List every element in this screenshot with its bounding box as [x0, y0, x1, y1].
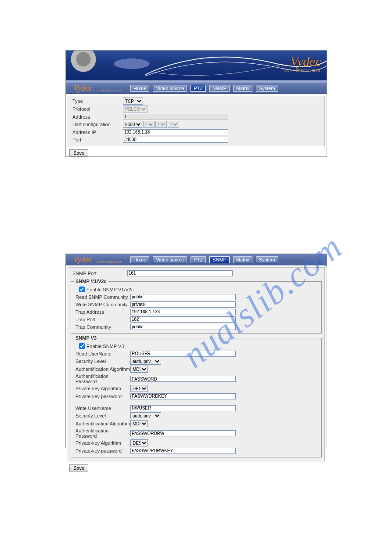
port-label: Port [72, 137, 123, 142]
address-label: Address [72, 114, 123, 120]
nav-home[interactable]: Home [130, 85, 149, 92]
address-input [123, 114, 228, 120]
snmp-v1v2c-legend: SNMP V1/V2c [74, 279, 108, 284]
address-ip-label: Address IP [72, 130, 123, 135]
save-button-2[interactable]: Save [69, 464, 88, 472]
nav-home-2[interactable]: Home [130, 256, 149, 263]
nav-snmp-2[interactable]: SNMP [209, 256, 230, 263]
read-auth-pwd-input[interactable] [130, 376, 236, 382]
trap-community-input[interactable] [130, 324, 236, 330]
read-username-label: Read UserName [76, 351, 130, 356]
write-priv-alg-select[interactable]: DES [130, 439, 148, 446]
ptz-config-panel: Vydec CCTV SPECIALISTS Vydec CCTV SPECIA… [65, 50, 327, 157]
write-seclevel-label: Security Level [76, 413, 130, 418]
write-auth-alg-select[interactable]: MD5 [130, 420, 148, 427]
ptz-form: Type TCP Protocol PELCO D Address Uart c… [68, 96, 325, 146]
protocol-select: PELCO D [123, 105, 147, 112]
write-auth-pwd-input[interactable] [130, 430, 236, 436]
nav-video-source[interactable]: Video source [153, 85, 187, 92]
nav-ptz[interactable]: PTZ [191, 85, 206, 92]
read-username-input[interactable] [130, 351, 236, 357]
write-auth-pwd-label: Authentification Password [76, 428, 130, 439]
write-username-input[interactable] [130, 405, 236, 411]
snmp-config-panel: Vydec CCTV SPECIALISTS Home Video source… [65, 254, 327, 448]
banner-tagline: CCTV SPECIALISTS [284, 69, 320, 72]
uart-label: Uart configuration [72, 122, 123, 127]
nav-system-2[interactable]: System [256, 256, 278, 263]
trap-port-label: Trap Port [76, 317, 130, 322]
nav-tagline: CCTV SPECIALISTS [97, 89, 122, 92]
main-nav-2: Vydec CCTV SPECIALISTS Home Video source… [66, 254, 327, 265]
snmp-port-input[interactable] [127, 270, 233, 276]
write-username-label: Write UserName [76, 406, 130, 411]
trap-port-input[interactable] [130, 316, 236, 323]
read-community-label: Read SNMP Community [76, 294, 130, 300]
uart-stop-select: 1 [168, 121, 179, 128]
read-community-input[interactable] [130, 294, 236, 300]
read-auth-pwd-label: Authentification Password [76, 374, 130, 384]
write-community-input[interactable] [130, 301, 236, 308]
nav-brand-2: Vydec [74, 254, 92, 265]
snmp-form: SNMP Port SNMP V1/V2c Enable SNMP V1/V2c… [68, 267, 325, 461]
banner: Vydec CCTV SPECIALISTS [66, 51, 327, 80]
uart-parity-select: N [155, 121, 167, 128]
trap-address-input[interactable] [130, 309, 236, 315]
read-seclevel-select[interactable]: auth, priv [130, 358, 161, 365]
write-community-label: Write SNMP Community [76, 302, 130, 307]
enable-v3-label: Enable SNMP V3 [86, 344, 124, 349]
type-label: Type [72, 98, 123, 104]
protocol-label: Protocol [72, 106, 123, 112]
write-priv-pwd-input[interactable] [130, 448, 236, 454]
trap-community-label: Trap Community [76, 324, 130, 330]
trap-address-label: Trap Address [76, 309, 130, 315]
write-priv-alg-label: Private-key Algorithm [76, 440, 130, 446]
read-auth-alg-label: Authentification Algorithm [76, 366, 130, 372]
read-auth-alg-select[interactable]: MD5 [130, 366, 148, 373]
snmp-v3-legend: SNMP V3 [74, 335, 98, 341]
nav-snmp[interactable]: SNMP [209, 85, 230, 92]
nav-system[interactable]: System [256, 85, 278, 92]
read-priv-pwd-label: Private-key password [76, 394, 130, 399]
write-seclevel-select[interactable]: auth, priv [130, 412, 161, 419]
nav-matrix[interactable]: Matrix [233, 85, 252, 92]
main-nav: Vydec CCTV SPECIALISTS Home Video source… [66, 83, 327, 94]
read-seclevel-label: Security Level [76, 359, 130, 364]
write-auth-alg-label: Authentification Algorithm [76, 421, 130, 426]
port-input[interactable] [123, 137, 228, 143]
uart-bits-select: 8 [143, 121, 155, 128]
read-priv-alg-select[interactable]: DES [130, 385, 148, 392]
snmp-v1v2c-group: SNMP V1/V2c Enable SNMP V1/V2c Read SNMP… [71, 279, 322, 334]
enable-v1v2c-label: Enable SNMP V1/V2c [86, 287, 133, 292]
nav-ptz-2[interactable]: PTZ [191, 256, 206, 263]
nav-tagline-2: CCTV SPECIALISTS [97, 261, 122, 263]
snmp-port-label: SNMP Port [72, 271, 127, 276]
enable-v1v2c-checkbox[interactable] [79, 287, 85, 292]
read-priv-alg-label: Private-key Algorithm [76, 386, 130, 391]
banner-brand: Vydec [290, 54, 321, 69]
save-button[interactable]: Save [69, 149, 88, 156]
nav-matrix-2[interactable]: Matrix [233, 256, 252, 263]
nav-brand: Vydec [74, 83, 92, 93]
address-ip-input[interactable] [123, 129, 228, 135]
snmp-v3-group: SNMP V3 Enable SNMP V3 Read UserName Sec… [71, 335, 322, 457]
write-priv-pwd-label: Private-key password [76, 448, 130, 453]
enable-v3-checkbox[interactable] [79, 343, 85, 349]
nav-video-source-2[interactable]: Video source [153, 256, 187, 263]
uart-baud-select[interactable]: 9600 [123, 121, 142, 128]
type-select[interactable]: TCP [123, 98, 143, 105]
read-priv-pwd-input[interactable] [130, 393, 236, 399]
